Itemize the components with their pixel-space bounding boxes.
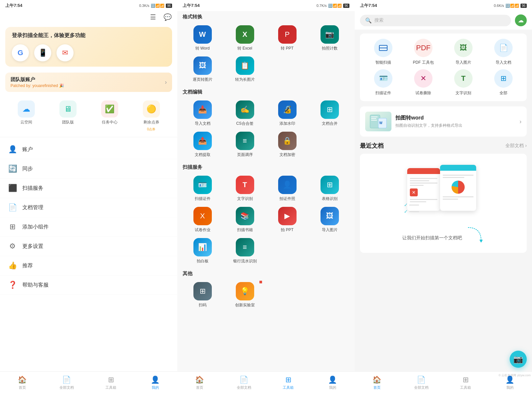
- tool-word[interactable]: W 转 Word: [183, 24, 222, 53]
- doc-edit-grid: 📥 导入文档 ✍ CS合合签 🔏 添加水印 ⊞ 文档合并 📤 文档提取: [183, 99, 349, 159]
- time-p3: 上午7:54: [360, 3, 377, 9]
- add-widget-icon: ⊞: [8, 223, 17, 231]
- word-icon: W: [193, 25, 212, 44]
- quick-action-cloud[interactable]: ☁ 云空间: [18, 100, 35, 132]
- login-banner[interactable]: 登录扫描全能王，体验更多功能 G 📱 ✉: [5, 27, 172, 67]
- menu-item-sync[interactable]: 🔄 同步: [0, 159, 177, 179]
- tool-page-img[interactable]: 🖼 逐页转图片: [183, 55, 222, 84]
- message-icon[interactable]: 💬: [163, 12, 172, 22]
- nav-tools-p2[interactable]: ⊞ 工具箱: [266, 374, 310, 391]
- search-input[interactable]: 🔍 搜索: [360, 15, 511, 26]
- nav-docs-p1[interactable]: 📄 全部文档: [44, 374, 89, 391]
- menu-item-scan-service[interactable]: ⬛ 扫描服务: [0, 179, 177, 198]
- p3-banner[interactable]: W 拍图转word 拍图自动识别文字，支持多种格式导出 ›: [360, 106, 527, 137]
- ocr-label: 文字识别: [237, 196, 253, 202]
- menu-item-recommend[interactable]: 👍 推荐: [0, 256, 177, 275]
- tablet-login-btn[interactable]: 📱: [34, 44, 51, 61]
- camera-fab[interactable]: 📷: [510, 351, 527, 368]
- tool-photo-count[interactable]: 📷 拍照计数: [310, 24, 349, 53]
- table-ocr-icon: ⊞: [321, 176, 339, 194]
- recent-header: 最近文档 全部文档 ›: [360, 142, 527, 150]
- cloud-btn[interactable]: ☁: [515, 14, 527, 26]
- nav-my-p1[interactable]: 👤 我的: [133, 374, 177, 391]
- menu-item-doc-manage[interactable]: 📄 文档管理: [0, 198, 177, 217]
- p3-tool-scan-cert[interactable]: 🪪 扫描证件: [365, 69, 401, 96]
- p3-tool-all[interactable]: ⊞ 全部: [485, 69, 521, 96]
- nav-home-p3[interactable]: 🏠 首页: [355, 374, 399, 391]
- scan-id-icon: 🪪: [193, 176, 212, 194]
- text-ocr-label: 文字识别: [455, 90, 471, 96]
- panel-my: 上午7:54 0.3K/s 🔢📶📶 96 ☰ 💬 登录扫描全能王，体验更多功能 …: [0, 0, 177, 394]
- section-other-title: 其他: [183, 271, 349, 277]
- checkmarks: ✓ ✓: [404, 202, 419, 214]
- quick-action-team[interactable]: 🖥 团队版: [59, 100, 77, 132]
- tool-bank-ocr[interactable]: ≡ 银行流水识别: [225, 237, 265, 265]
- login-banner-title: 登录扫描全能王，体验更多功能: [12, 32, 166, 39]
- encrypt-doc-label: 文档加密: [279, 152, 295, 158]
- p3-tool-text-ocr[interactable]: T 文字识别: [445, 69, 481, 96]
- p3-tool-import-doc[interactable]: 📄 导入文档: [485, 39, 521, 65]
- ppt-label: 转 PPT: [281, 46, 294, 51]
- menu-item-more-settings[interactable]: ⚙ 更多设置: [0, 237, 177, 256]
- recent-all-link[interactable]: 全部文档 ›: [505, 143, 527, 149]
- p3-main-content: 智能扫描 PDF PDF 工具包 🖼 导入图片 📄 导入文档 🪪 扫描证件 ✕ …: [355, 30, 532, 371]
- tool-id-photo[interactable]: 👤 拍证件照: [267, 174, 307, 203]
- nav-docs-p3[interactable]: 📄 全部文档: [399, 374, 443, 391]
- docs-nav-icon-p3: 📄: [417, 376, 426, 384]
- quick-action-task[interactable]: ✅ 任务中心: [101, 100, 118, 132]
- banner-subtitle: 拍图自动识别文字，支持多种格式导出: [395, 123, 462, 128]
- google-login-btn[interactable]: G: [12, 44, 29, 61]
- tool-merge-doc[interactable]: ⊞ 文档合并: [310, 99, 349, 128]
- tool-scan-book[interactable]: 📚 扫描书籍: [225, 206, 265, 234]
- nav-home-p2[interactable]: 🏠 首页: [177, 374, 222, 391]
- menu-item-account[interactable]: 👤 账户: [0, 140, 177, 159]
- long-img-label: 转为长图片: [235, 77, 255, 82]
- tool-ai-lab[interactable]: 💡 创新实验室: [225, 281, 265, 309]
- team-account-arrow-icon: ›: [165, 79, 167, 86]
- bottom-nav-p1: 🏠 首页 📄 全部文档 ⊞ 工具箱 👤 我的: [0, 371, 177, 394]
- nav-my-p2[interactable]: 👤 我的: [310, 374, 355, 391]
- tool-ppt-scan[interactable]: ▶ 拍 PPT: [267, 206, 307, 234]
- p3-tool-exam-remove[interactable]: ✕ 试卷撕除: [405, 69, 441, 96]
- tool-table-ocr[interactable]: ⊞ 表格识别: [310, 174, 349, 203]
- tool-long-img[interactable]: 📋 转为长图片: [225, 55, 265, 84]
- hamburger-icon[interactable]: ☰: [148, 12, 158, 22]
- tool-ppt[interactable]: P 转 PPT: [267, 24, 307, 53]
- tool-encrypt-doc[interactable]: 🔒 文档加密: [267, 130, 307, 159]
- tool-exam[interactable]: X 试卷作业: [183, 206, 222, 234]
- mail-login-btn[interactable]: ✉: [56, 44, 74, 61]
- tool-page-order[interactable]: ≡ 页面调序: [225, 130, 265, 159]
- nav-tools-p1[interactable]: ⊞ 工具箱: [89, 374, 133, 391]
- svg-rect-3: [371, 117, 378, 117]
- nav-home-p1[interactable]: 🏠 首页: [0, 374, 44, 391]
- status-icons-p3: 0.6K/s 🔢📶📶 96: [494, 4, 527, 8]
- pdf-label: PDF 工具包: [413, 60, 433, 65]
- tool-whiteboard[interactable]: 📊 拍白板: [183, 237, 222, 265]
- p3-tool-pdf[interactable]: PDF PDF 工具包: [405, 39, 441, 65]
- tool-import-img[interactable]: 🖼 导入图片: [310, 206, 349, 234]
- tool-extract-doc[interactable]: 📤 文档提取: [183, 130, 222, 159]
- nav-tools-p3[interactable]: ⊞ 工具箱: [443, 374, 488, 391]
- pdf-icon: PDF: [414, 39, 432, 57]
- page-img-icon: 🖼: [193, 56, 212, 75]
- menu-item-help[interactable]: ❓ 帮助与客服: [0, 275, 177, 295]
- tool-ocr[interactable]: T 文字识别: [225, 174, 265, 203]
- tool-qr-scan[interactable]: ⊞ 扫码: [183, 281, 222, 309]
- tool-import-doc[interactable]: 📥 导入文档: [183, 99, 222, 128]
- p3-tool-import-img[interactable]: 🖼 导入图片: [445, 39, 481, 65]
- quick-action-points[interactable]: 🟡 剩余点券 0点券: [143, 100, 160, 132]
- nav-docs-p2[interactable]: 📄 全部文档: [222, 374, 266, 391]
- p3-tool-smart-scan[interactable]: 智能扫描: [365, 39, 401, 65]
- home-nav-label-p2: 首页: [196, 385, 203, 390]
- tool-excel[interactable]: X 转 Excel: [225, 24, 265, 53]
- import-img-label-p3: 导入图片: [455, 60, 471, 65]
- team-account-section[interactable]: 团队版账户 Patched by: youarefinished 🎉 ›: [5, 73, 172, 92]
- menu-item-add-widget[interactable]: ⊞ 添加小组件: [0, 217, 177, 237]
- exam-remove-label: 试卷撕除: [415, 90, 431, 96]
- tool-cs-sign[interactable]: ✍ CS合合签: [225, 99, 265, 128]
- tool-scan-id[interactable]: 🪪 扫描证件: [183, 174, 222, 203]
- recommend-label: 推荐: [22, 262, 33, 269]
- tool-watermark[interactable]: 🔏 添加水印: [267, 99, 307, 128]
- watermark-label: 添加水印: [279, 121, 295, 126]
- network-icons-p3: 🔢📶📶: [505, 4, 519, 8]
